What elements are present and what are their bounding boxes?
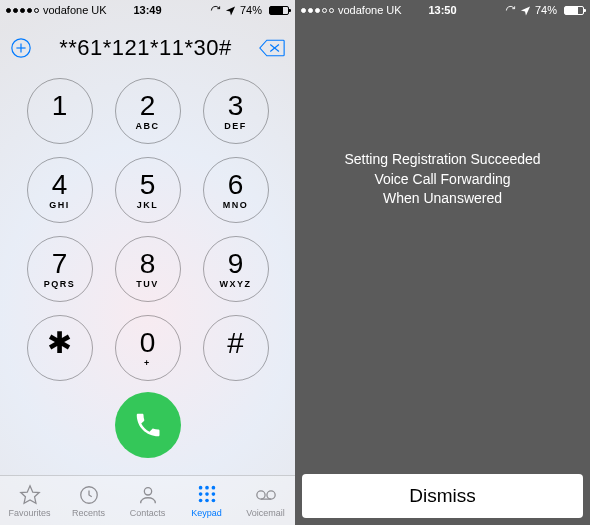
dial-display: **61*121*11*30#	[0, 20, 295, 76]
key-6[interactable]: 6MNO	[203, 157, 269, 223]
star-icon	[18, 484, 42, 506]
svg-point-11	[198, 492, 202, 496]
message-line: When Unanswered	[383, 189, 502, 209]
key-9[interactable]: 9WXYZ	[203, 236, 269, 302]
keypad-icon	[195, 484, 219, 506]
backspace-icon[interactable]	[259, 38, 285, 58]
message-line: Setting Registration Succeeded	[344, 150, 540, 170]
svg-point-9	[205, 485, 209, 489]
key-1[interactable]: 1	[27, 78, 93, 144]
svg-marker-5	[20, 485, 38, 502]
voicemail-icon	[254, 484, 278, 506]
key-star[interactable]: ✱	[27, 315, 93, 381]
phone-keypad-screen: vodafone UK 13:49 74% **61*121*11*30# 1 …	[0, 0, 295, 525]
tab-recents[interactable]: Recents	[59, 476, 118, 525]
signal-dots	[6, 8, 39, 13]
key-3[interactable]: 3DEF	[203, 78, 269, 144]
status-bar: vodafone UK 13:50 74%	[295, 0, 590, 20]
battery-pct: 74%	[535, 4, 557, 16]
tab-voicemail[interactable]: Voicemail	[236, 476, 295, 525]
result-message: Setting Registration Succeeded Voice Cal…	[295, 20, 590, 467]
add-contact-icon[interactable]	[10, 37, 32, 59]
key-7[interactable]: 7PQRS	[27, 236, 93, 302]
svg-point-16	[211, 498, 215, 502]
key-4[interactable]: 4GHI	[27, 157, 93, 223]
battery-icon	[266, 6, 289, 15]
key-8[interactable]: 8TUV	[115, 236, 181, 302]
dismiss-button[interactable]: Dismiss	[302, 474, 583, 518]
svg-point-13	[211, 492, 215, 496]
svg-point-7	[144, 487, 151, 494]
carrier-label: vodafone UK	[338, 4, 402, 16]
location-icon	[520, 5, 531, 16]
message-line: Voice Call Forwarding	[374, 170, 510, 190]
clock-icon	[77, 484, 101, 506]
tab-contacts[interactable]: Contacts	[118, 476, 177, 525]
battery-pct: 74%	[240, 4, 262, 16]
key-2[interactable]: 2ABC	[115, 78, 181, 144]
person-icon	[136, 484, 160, 506]
settings-result-screen: vodafone UK 13:50 74% Setting Registrati…	[295, 0, 590, 525]
svg-point-15	[205, 498, 209, 502]
key-0[interactable]: 0+	[115, 315, 181, 381]
refresh-icon	[505, 5, 516, 16]
tab-bar: Favourites Recents Contacts Keypad Voice…	[0, 475, 295, 525]
svg-point-8	[198, 485, 202, 489]
keypad: 1 2ABC 3DEF 4GHI 5JKL 6MNO 7PQRS 8TUV 9W…	[0, 76, 295, 475]
svg-point-10	[211, 485, 215, 489]
signal-dots	[301, 8, 334, 13]
key-5[interactable]: 5JKL	[115, 157, 181, 223]
call-button[interactable]	[115, 392, 181, 458]
svg-point-18	[266, 490, 274, 498]
svg-point-14	[198, 498, 202, 502]
phone-icon	[133, 410, 163, 440]
carrier-label: vodafone UK	[43, 4, 107, 16]
refresh-icon	[210, 5, 221, 16]
location-icon	[225, 5, 236, 16]
svg-point-17	[256, 490, 264, 498]
svg-point-12	[205, 492, 209, 496]
tab-keypad[interactable]: Keypad	[177, 476, 236, 525]
tab-favourites[interactable]: Favourites	[0, 476, 59, 525]
battery-icon	[561, 6, 584, 15]
status-bar: vodafone UK 13:49 74%	[0, 0, 295, 20]
dialed-number: **61*121*11*30#	[32, 35, 259, 61]
key-hash[interactable]: #	[203, 315, 269, 381]
